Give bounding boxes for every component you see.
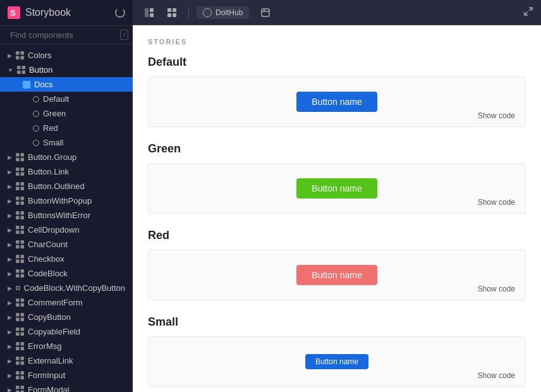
svg-rect-95 [167, 8, 171, 12]
sidebar-item-button-link[interactable]: ▶ Button.Link [0, 164, 133, 179]
svg-rect-37 [21, 240, 25, 244]
svg-rect-48 [16, 286, 18, 288]
svg-rect-74 [16, 376, 20, 380]
sidebar-item-default[interactable]: Default [0, 92, 133, 106]
sidebar-item-copybutton[interactable]: ▶ CopyButton [0, 310, 133, 324]
svg-rect-75 [21, 376, 25, 380]
chevron-right-icon: ▶ [8, 343, 12, 350]
svg-rect-58 [16, 318, 20, 322]
grid-icon [16, 328, 24, 336]
sidebar-toggle-button[interactable] [140, 4, 158, 21]
storybook-logo-icon: S [8, 6, 20, 19]
svg-rect-35 [21, 231, 25, 235]
sidebar-item-charcount[interactable]: ▶ CharCount [0, 237, 133, 252]
red-button[interactable]: Button name [296, 265, 377, 285]
svg-rect-13 [21, 153, 25, 157]
svg-rect-7 [21, 56, 25, 60]
story-title-default: Default [148, 56, 526, 69]
grid-icon [16, 211, 24, 219]
sidebar-item-codeblock-withcopybutton[interactable]: ▶ CodeBlock.WithCopyButton [0, 281, 133, 295]
svg-rect-98 [173, 13, 176, 17]
story-section-green: Green Button name Show code [148, 142, 526, 214]
svg-rect-47 [21, 274, 25, 278]
svg-rect-29 [21, 211, 25, 215]
svg-rect-70 [16, 362, 20, 365]
green-button[interactable]: Button name [296, 178, 377, 199]
sidebar-item-label: Checkbox [28, 254, 64, 264]
svg-rect-16 [16, 168, 20, 171]
svg-rect-99 [262, 9, 269, 16]
component-settings-button[interactable] [257, 4, 274, 21]
svg-rect-46 [16, 274, 20, 278]
svg-rect-24 [16, 197, 20, 200]
story-preview-small: Button name Show code [148, 336, 526, 387]
sidebar-item-checkbox[interactable]: ▶ Checkbox [0, 252, 133, 266]
svg-rect-61 [21, 328, 25, 331]
chevron-right-icon: ▶ [8, 314, 12, 321]
sidebar-item-commentform[interactable]: ▶ CommentForm [0, 295, 133, 310]
story-title-red: Red [148, 229, 526, 242]
svg-rect-15 [21, 158, 25, 162]
svg-rect-53 [21, 298, 25, 302]
main-panel: DoltHub STORIES Default Button name [133, 0, 541, 392]
grid-icon [16, 197, 24, 205]
sidebar-item-red[interactable]: Red [0, 121, 133, 135]
sidebar-item-copyablefield[interactable]: ▶ CopyableField [0, 324, 133, 339]
chevron-down-icon: ▼ [8, 67, 13, 73]
sidebar-item-celldropdown[interactable]: ▶ CellDropdown [0, 223, 133, 237]
sidebar-item-label: Button.Outlined [28, 181, 85, 191]
story-preview-default: Button name Show code [148, 77, 526, 127]
sidebar-item-green[interactable]: Green [0, 106, 133, 121]
component-icon [203, 8, 212, 17]
show-code-small[interactable]: Show code [474, 370, 519, 381]
chevron-right-icon: ▶ [8, 329, 12, 335]
sidebar-item-buttonwithpopup[interactable]: ▶ ButtonWithPopup [0, 193, 133, 208]
svg-rect-32 [16, 226, 20, 230]
sidebar-item-formmodal[interactable]: ▶ FormModal [0, 383, 133, 392]
sidebar-item-codeblock[interactable]: ▶ CodeBlock [0, 266, 133, 281]
sidebar-item-button-group[interactable]: ▶ Button.Group [0, 150, 133, 164]
svg-rect-22 [16, 187, 20, 191]
component-badge[interactable]: DoltHub [197, 6, 249, 19]
show-code-red[interactable]: Show code [474, 283, 519, 295]
show-code-green[interactable]: Show code [474, 197, 519, 208]
default-button[interactable]: Button name [296, 92, 377, 112]
sidebar-item-button[interactable]: ▼ Button [0, 63, 133, 77]
chevron-right-icon: ▶ [8, 227, 12, 233]
grid-icon [16, 313, 24, 321]
svg-rect-11 [21, 71, 25, 75]
sidebar-logo: S Storybook [8, 6, 71, 19]
story-icon [33, 111, 39, 117]
sidebar-item-small[interactable]: Small [0, 135, 133, 150]
svg-rect-57 [21, 313, 25, 317]
sidebar-item-forminput[interactable]: ▶ FormInput [0, 368, 133, 383]
chevron-right-icon: ▶ [8, 198, 12, 204]
svg-text:S: S [10, 8, 16, 18]
sidebar-item-label: ExternalLink [28, 356, 73, 365]
story-icon [33, 96, 39, 102]
grid-view-button[interactable] [163, 4, 181, 21]
svg-rect-50 [16, 288, 18, 290]
chevron-right-icon: ▶ [8, 183, 12, 190]
sidebar-item-errormsg[interactable]: ▶ ErrorMsg [0, 339, 133, 353]
small-button[interactable]: Button name [305, 354, 368, 369]
refresh-icon[interactable] [115, 8, 125, 18]
sidebar-item-buttonswitherror[interactable]: ▶ ButtonsWithError [0, 208, 133, 223]
svg-rect-56 [16, 313, 20, 317]
sidebar-item-externallink[interactable]: ▶ ExternalLink [0, 353, 133, 368]
story-preview-red: Button name Show code [148, 250, 526, 300]
search-input[interactable] [10, 30, 116, 40]
svg-rect-4 [16, 51, 20, 55]
svg-rect-8 [17, 66, 21, 70]
story-title-green: Green [148, 142, 526, 156]
svg-rect-33 [21, 226, 25, 230]
sidebar-item-docs[interactable]: Docs [0, 77, 133, 92]
svg-rect-12 [16, 153, 20, 157]
topbar: DoltHub [133, 0, 541, 25]
svg-rect-14 [16, 158, 20, 162]
sidebar-item-colors[interactable]: ▶ Colors [0, 48, 133, 63]
svg-rect-23 [21, 187, 25, 191]
show-code-default[interactable]: Show code [474, 110, 519, 121]
sidebar-item-button-outlined[interactable]: ▶ Button.Outlined [0, 179, 133, 193]
expand-button[interactable] [523, 6, 533, 19]
